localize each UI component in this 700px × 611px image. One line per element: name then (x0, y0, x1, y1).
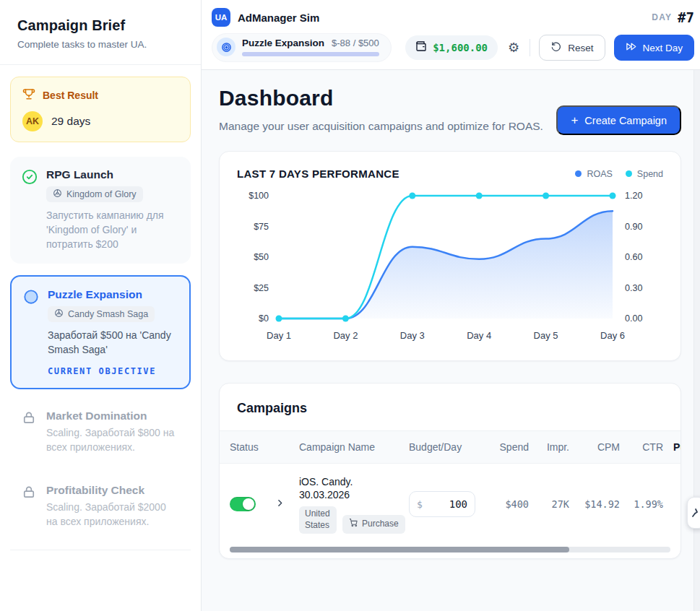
page-subtitle: Manage your user acquisition campaigns a… (219, 118, 543, 134)
cell-ctr: 1.99% (620, 498, 663, 510)
task-app-name: Candy Smash Saga (68, 309, 148, 319)
cell-spend: $400 (484, 498, 529, 510)
cell-cpm: $14.92 (569, 498, 620, 510)
wallet-amount: $1,600.00 (433, 42, 488, 53)
col-cpm: CPM (569, 441, 620, 453)
country-badge: United States (299, 506, 337, 533)
chart-title: LAST 7 DAYS PERFORMANCE (237, 168, 399, 180)
page-title: Dashboard (219, 86, 543, 110)
create-campaign-label: Create Campaign (584, 115, 667, 126)
roas-dot-icon (575, 170, 582, 177)
check-circle-icon (22, 168, 38, 252)
day-counter: #7 (678, 9, 694, 25)
lock-icon (22, 484, 38, 529)
svg-text:$100: $100 (249, 191, 269, 201)
svg-text:$75: $75 (254, 222, 269, 232)
task-description: Scaling. Заработай $2000 на всех приложе… (46, 500, 179, 529)
scrollbar-thumb[interactable] (230, 547, 569, 552)
app-name: AdManager Sim (238, 12, 319, 24)
campaign-row: iOS. Candy. 30.03.2026 United States Pur… (220, 464, 680, 545)
next-day-label: Next Day (642, 43, 683, 53)
best-result-value: 29 days (51, 115, 90, 128)
task-puzzle-expansion[interactable]: Puzzle Expansion Candy Smash Saga Зарабо… (10, 275, 191, 390)
cart-icon (349, 518, 358, 531)
svg-text:1.20: 1.20 (625, 191, 642, 201)
svg-text:Day 2: Day 2 (333, 330, 358, 341)
objective-progress-text: $-88 / $500 (332, 38, 379, 48)
task-app-badge: Kingdom of Glory (46, 186, 143, 202)
col-purchases: Purc (663, 441, 681, 453)
chevron-right-icon[interactable] (275, 498, 285, 511)
main-area: UA AdManager Sim DAY #7 Puzzle Expansion… (202, 0, 700, 611)
game-icon (53, 188, 62, 200)
x-axis-ticks: Day 1 Day 2 Day 3 Day 4 Day 5 Day 6 (267, 330, 625, 341)
campaign-name: iOS. Candy. 30.03.2026 (299, 475, 409, 501)
svg-text:0.60: 0.60 (625, 252, 642, 262)
left-axis-ticks: $0 $25 $50 $75 $100 (249, 191, 269, 324)
dollar-prefix: $ (417, 499, 423, 510)
app-root: Campaign Brief Complete tasks to master … (0, 0, 700, 611)
task-rpg-launch[interactable]: RPG Launch Kingdom of Glory Запустить ка… (10, 157, 191, 264)
svg-text:$0: $0 (259, 313, 269, 324)
task-description: Scaling. Заработай $800 на всех приложен… (46, 426, 179, 455)
fast-forward-icon (626, 41, 636, 54)
topbar: UA AdManager Sim DAY #7 Puzzle Expansion… (202, 0, 700, 70)
event-name: Purchase (362, 519, 399, 530)
line-chart: $0 $25 $50 $75 $100 0.00 0.30 0.60 0.90 … (237, 187, 663, 350)
task-title: Puzzle Expansion (48, 288, 178, 301)
task-app-name: Kingdom of Glory (66, 189, 137, 199)
campaign-brief-sidebar: Campaign Brief Complete tasks to master … (0, 0, 202, 611)
legend-roas: ROAS (575, 169, 612, 179)
performance-chart-card: LAST 7 DAYS PERFORMANCE ROAS Spend (219, 151, 681, 361)
svg-text:Day 5: Day 5 (534, 330, 558, 341)
plus-icon: + (571, 114, 578, 126)
campaign-toggle[interactable] (230, 497, 256, 511)
svg-text:Day 4: Day 4 (467, 330, 491, 341)
sidebar-title: Campaign Brief (17, 17, 183, 34)
horizontal-scrollbar[interactable] (230, 547, 670, 552)
best-result-card: Best Result AK 29 days (10, 77, 191, 142)
col-budget: Budget/Day (409, 441, 484, 453)
objective-progress-bar (242, 52, 379, 56)
gear-icon[interactable]: ⚙ (506, 41, 521, 54)
dashboard-content: Dashboard Manage your user acquisition c… (202, 70, 700, 611)
chart-legend: ROAS Spend (575, 169, 663, 179)
event-badge: Purchase (342, 515, 405, 534)
game-icon (54, 308, 64, 320)
col-ctr: CTR (620, 441, 663, 453)
current-circle-icon (23, 288, 39, 377)
campaigns-title: Campaigns (220, 384, 680, 430)
divider (530, 39, 530, 56)
create-campaign-button[interactable]: + Create Campaign (556, 105, 681, 135)
col-spend: Spend (484, 441, 529, 453)
cell-impressions: 27K (529, 498, 569, 510)
current-objective-label: CURRENT OBJECTIVE (48, 366, 178, 376)
objective-pill[interactable]: Puzzle Expansion $-88 / $500 (212, 33, 392, 62)
wallet-balance: $1,600.00 (405, 35, 498, 60)
spend-dot-icon (626, 170, 632, 177)
avatar: AK (22, 111, 43, 131)
reset-button[interactable]: Reset (539, 35, 605, 61)
legend-roas-label: ROAS (587, 169, 612, 179)
col-impressions: Impr. (529, 441, 569, 453)
legend-spend: Spend (626, 169, 663, 179)
reset-label: Reset (568, 43, 593, 53)
col-status: Status (230, 441, 299, 453)
roas-area (279, 211, 613, 318)
budget-input[interactable] (423, 498, 467, 510)
task-market-domination: Market Domination Scaling. Заработай $80… (10, 401, 191, 464)
vertical-scrollbar[interactable] (693, 70, 700, 611)
wallet-icon (415, 40, 427, 55)
svg-text:Day 6: Day 6 (600, 330, 625, 341)
task-title: Profitability Check (46, 484, 179, 497)
edge-floating-button[interactable] (687, 497, 700, 529)
task-app-badge: Candy Smash Saga (48, 306, 155, 322)
campaigns-table-header: Status Campaign Name Budget/Day Spend Im… (220, 430, 680, 464)
next-day-button[interactable]: Next Day (614, 35, 694, 61)
svg-text:0.00: 0.00 (625, 313, 642, 324)
lock-icon (22, 410, 38, 455)
objective-name: Puzzle Expansion (242, 38, 324, 48)
task-profitability-check: Profitability Check Scaling. Заработай $… (10, 475, 191, 538)
budget-input-box: $ (409, 491, 475, 517)
task-title: RPG Launch (46, 168, 179, 181)
